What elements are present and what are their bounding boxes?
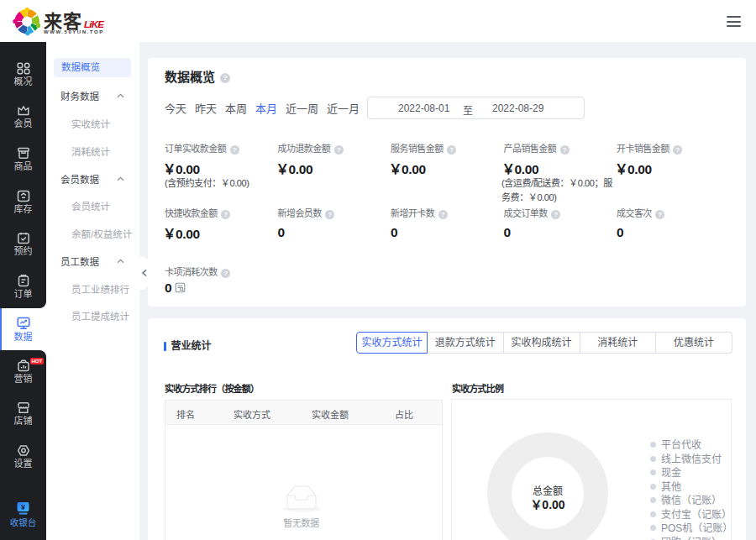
svg-text:WWW.50YUN.TOP: WWW.50YUN.TOP: [44, 29, 104, 34]
svg-text:¥: ¥: [21, 503, 25, 511]
svg-text:LiKE: LiKE: [84, 19, 104, 29]
